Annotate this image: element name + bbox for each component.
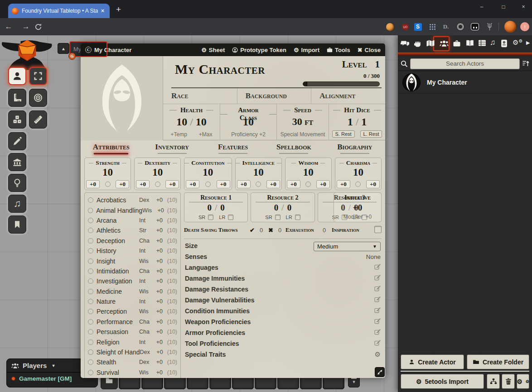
edit-trait-icon[interactable] bbox=[374, 318, 381, 324]
detail-field[interactable]: Race bbox=[163, 88, 237, 104]
resource-block[interactable]: Resource 2 0/0 SRLR bbox=[251, 192, 314, 222]
ability-block[interactable]: Wisdom 10 +0 +0 bbox=[285, 158, 332, 190]
proficiency-radio[interactable] bbox=[155, 182, 160, 187]
lighting-controls-tool[interactable] bbox=[8, 174, 26, 192]
d-extension-icon[interactable]: D. bbox=[439, 18, 453, 35]
edit-trait-icon[interactable] bbox=[374, 296, 381, 302]
wall-controls-tool[interactable] bbox=[8, 153, 26, 171]
tab-close-icon[interactable]: × bbox=[101, 8, 104, 14]
ability-check-mod[interactable]: +0 bbox=[316, 180, 330, 188]
skill-proficiency-radio[interactable] bbox=[88, 238, 93, 244]
ability-block[interactable]: Constitution 10 +0 +0 bbox=[184, 158, 232, 190]
measure-controls-tool[interactable] bbox=[8, 89, 26, 107]
ability-value[interactable]: 10 bbox=[236, 167, 281, 178]
delete-button[interactable] bbox=[502, 374, 515, 389]
edit-trait-icon[interactable] bbox=[374, 285, 381, 292]
skill-proficiency-radio[interactable] bbox=[88, 218, 93, 223]
folder-tree-button[interactable] bbox=[487, 374, 500, 389]
skill-proficiency-radio[interactable] bbox=[88, 208, 93, 213]
death-failure-count[interactable]: 0 bbox=[278, 227, 281, 234]
skill-proficiency-radio[interactable] bbox=[88, 359, 93, 365]
death-success-icon[interactable]: ✔ bbox=[250, 227, 255, 234]
ability-block[interactable]: Intelligence 10 +0 +0 bbox=[235, 158, 282, 190]
window-resize-handle[interactable] bbox=[375, 367, 385, 377]
ability-value[interactable]: 10 bbox=[184, 167, 231, 178]
actor-avatar[interactable] bbox=[402, 73, 421, 91]
character-name[interactable]: My Character bbox=[175, 62, 265, 77]
skill-proficiency-radio[interactable] bbox=[88, 329, 93, 335]
short-rest-checkbox[interactable] bbox=[208, 215, 213, 220]
token-controls-tool[interactable] bbox=[8, 67, 26, 85]
inspiration-checkbox[interactable] bbox=[374, 226, 382, 233]
skill-proficiency-radio[interactable] bbox=[88, 289, 93, 294]
resource-block[interactable]: Resource 1 0/0 SRLR bbox=[184, 192, 248, 222]
ability-block[interactable]: Dexterity 10 +0 +0 bbox=[134, 158, 181, 190]
tile-controls-tool[interactable] bbox=[8, 110, 26, 129]
skill-row[interactable]: Persuasion Cha +0 (10) bbox=[86, 327, 179, 337]
window-header[interactable]: C My Character ⚙Sheet Prototype Token ⚙I… bbox=[81, 43, 385, 56]
character-portrait[interactable] bbox=[81, 56, 163, 140]
measure-distance-tool[interactable] bbox=[29, 110, 47, 129]
skill-proficiency-radio[interactable] bbox=[88, 309, 93, 314]
drawing-tools-tool[interactable] bbox=[8, 132, 26, 150]
edit-trait-icon[interactable] bbox=[374, 263, 381, 270]
proficiency-radio[interactable] bbox=[355, 182, 361, 187]
skill-row[interactable]: Survival Wis +0 (10) bbox=[86, 368, 179, 378]
edit-trait-icon[interactable] bbox=[374, 307, 381, 313]
skill-row[interactable]: Deception Cha +0 (10) bbox=[86, 236, 179, 246]
ability-value[interactable]: 10 bbox=[135, 167, 180, 178]
ability-check-mod[interactable]: +0 bbox=[266, 180, 280, 188]
skill-row[interactable]: Performance Cha +0 (10) bbox=[86, 317, 179, 327]
armor-class-block[interactable]: Armor Class 10 Proficiency +2 bbox=[220, 104, 276, 140]
tab-items[interactable] bbox=[453, 39, 461, 47]
proficiency-radio[interactable] bbox=[305, 182, 311, 187]
skill-row[interactable]: Athletics Str +0 (10) bbox=[86, 225, 179, 235]
short-rest-checkbox[interactable] bbox=[275, 215, 281, 220]
proficiency-radio[interactable] bbox=[256, 182, 261, 187]
ability-check-mod[interactable]: +0 bbox=[116, 180, 129, 188]
chevron-down-icon[interactable]: ▾ bbox=[353, 380, 355, 383]
forward-icon[interactable]: → bbox=[17, 22, 34, 31]
skill-row[interactable]: Animal Handling Wis +0 (10) bbox=[86, 205, 179, 215]
edit-trait-icon[interactable] bbox=[374, 274, 381, 281]
sheet-tab[interactable]: Spellbook bbox=[263, 143, 324, 156]
skill-proficiency-radio[interactable] bbox=[88, 349, 93, 355]
search-input[interactable] bbox=[410, 58, 520, 69]
ability-block[interactable]: Charisma 10 +0 +0 bbox=[335, 158, 382, 190]
select-tokens-tool[interactable] bbox=[29, 67, 47, 85]
sheet-tab[interactable]: Features bbox=[203, 143, 263, 156]
sheet-tab[interactable]: Attributes bbox=[81, 143, 141, 156]
tools-button[interactable]: Tools bbox=[327, 47, 350, 53]
sort-icon[interactable] bbox=[522, 60, 529, 67]
skill-row[interactable]: Stealth Dex +0 (10) bbox=[86, 357, 179, 367]
exhaustion-value[interactable]: 0 bbox=[323, 227, 326, 234]
skill-row[interactable]: Perception Wis +0 (10) bbox=[86, 306, 179, 316]
skill-row[interactable]: Nature Int +0 (10) bbox=[86, 296, 179, 306]
ability-save-mod[interactable]: +0 bbox=[136, 180, 150, 188]
tab-scenes[interactable] bbox=[426, 39, 435, 47]
skill-row[interactable]: Arcana Int +0 (10) bbox=[86, 215, 179, 225]
long-rest-button[interactable]: L. Rest bbox=[360, 130, 382, 138]
dots-grid-extension-icon[interactable] bbox=[425, 18, 440, 35]
initiative-block[interactable]: Initiative +0 Modifier+0 bbox=[334, 192, 382, 222]
long-rest-checkbox[interactable] bbox=[228, 215, 233, 220]
speed-block[interactable]: Speed 30 ft Special Movement bbox=[276, 104, 329, 140]
cookie-extension-icon[interactable] bbox=[382, 18, 397, 35]
new-tab-button[interactable]: + bbox=[116, 5, 121, 14]
long-rest-checkbox[interactable] bbox=[295, 215, 300, 220]
detail-field[interactable]: Background bbox=[237, 88, 311, 104]
health-block[interactable]: Health 10/10 +Temp+Max bbox=[163, 104, 220, 140]
browser-tab[interactable]: Foundry Virtual Tabletop • A Stan × bbox=[8, 4, 110, 18]
tab-chat[interactable] bbox=[401, 39, 410, 48]
short-rest-button[interactable]: S. Rest bbox=[332, 130, 355, 138]
edit-trait-icon[interactable] bbox=[374, 329, 381, 335]
skill-row[interactable]: Investigation Int +0 (10) bbox=[86, 276, 179, 286]
skill-proficiency-radio[interactable] bbox=[88, 258, 93, 264]
detail-field[interactable]: Alignment bbox=[311, 88, 385, 104]
tab-rollable-tables[interactable] bbox=[478, 39, 486, 47]
target-tokens-tool[interactable] bbox=[29, 89, 47, 107]
journal-notes-tool[interactable] bbox=[8, 215, 26, 234]
import-button[interactable]: ⚙Import bbox=[294, 47, 319, 53]
reload-icon[interactable] bbox=[34, 23, 52, 31]
ability-value[interactable]: 10 bbox=[285, 167, 331, 178]
